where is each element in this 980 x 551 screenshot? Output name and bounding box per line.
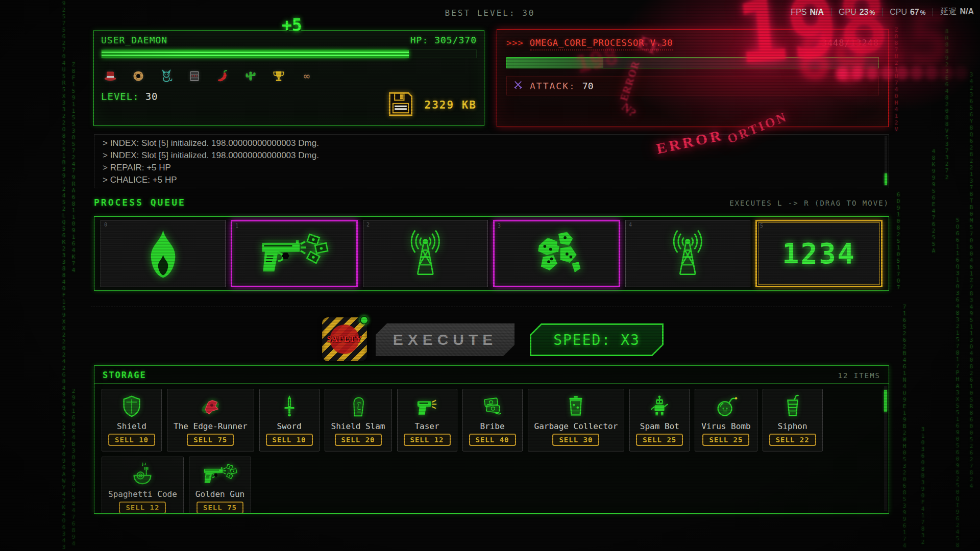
taser-icon: [415, 393, 439, 419]
storage-item[interactable]: SiphonSELL 22: [763, 389, 823, 452]
save-display: 2329 KB: [386, 90, 477, 120]
queue-slot-3[interactable]: 3: [493, 220, 620, 287]
money-gun-icon: [259, 230, 330, 277]
queue-slot-1[interactable]: 1: [231, 220, 358, 287]
sell-button[interactable]: SELL 75: [197, 502, 243, 514]
queue-slot-5[interactable]: 51234: [755, 220, 883, 287]
storage-item[interactable]: BribeSELL 40: [462, 389, 523, 452]
log-scrollbar-thumb[interactable]: [885, 173, 887, 185]
item-name: Golden Gun: [195, 489, 244, 499]
storage-item[interactable]: Garbage CollectorSELL 30: [528, 389, 625, 452]
spaghetti-icon: [131, 461, 154, 487]
antenna-icon: [664, 227, 712, 280]
queue-title: PROCESS QUEUE: [94, 197, 186, 208]
speed-label: SPEED: X3: [531, 325, 662, 355]
storage-item[interactable]: Golden GunSELL 75: [189, 457, 251, 514]
log-scrollbar-track: [885, 136, 887, 186]
sell-button[interactable]: SELL 25: [636, 434, 683, 446]
robot-icon: [648, 393, 671, 419]
sell-button[interactable]: SELL 20: [335, 434, 382, 446]
item-name: Bribe: [480, 421, 504, 431]
storage-item[interactable]: ShieldSELL 10: [102, 389, 162, 452]
level-value: 30: [145, 91, 158, 102]
speed-button[interactable]: SPEED: X3: [530, 323, 664, 356]
storage-item[interactable]: SwordSELL 10: [259, 389, 320, 452]
item-name: Siphon: [778, 421, 807, 431]
storage-item[interactable]: TaserSELL 12: [397, 389, 457, 452]
matrix-rain-column: 6 D 9 1 0 8 2 S 1 0 5 1 7 O 7: [895, 191, 902, 293]
attack-label: ATTACK:: [530, 81, 576, 91]
matrix-rain-column: 4 8 K 9 9 9 S 6 E 4 7 6 2 5 5 A: [930, 148, 937, 255]
sell-button[interactable]: SELL 12: [404, 434, 451, 446]
queue-slot-2[interactable]: 2: [363, 220, 488, 287]
money-gun-icon: [203, 461, 238, 487]
log-line: > REPAIR: +5 HP: [103, 162, 880, 174]
floppy-disk-icon: [386, 90, 415, 120]
storage-item[interactable]: Shield SlamSELL 20: [325, 389, 392, 452]
storage-panel: STORAGE 12 ITEMS ShieldSELL 10The Edge-R…: [94, 365, 889, 514]
queue-header: PROCESS QUEUE EXECUTES L -> R (DRAG TO M…: [94, 197, 889, 208]
item-name: Spaghetti Code: [108, 489, 177, 499]
sell-button[interactable]: SELL 22: [769, 434, 816, 446]
item-name: Sword: [277, 421, 301, 431]
queue-slot-index: 5: [760, 223, 763, 229]
sell-button[interactable]: SELL 40: [469, 434, 516, 446]
flame-icon: [141, 227, 185, 280]
trash-can-icon: [564, 393, 587, 419]
matrix-rain-column: 2 9 9 1 6 0 6 4 B 3 0 0 9 7 8 U 5 4 4 7 …: [70, 388, 77, 551]
process-queue: 0123451234: [94, 216, 889, 291]
heal-float-text: +5: [282, 15, 302, 35]
storage-item[interactable]: Spam BotSELL 25: [629, 389, 690, 452]
log-line: > INDEX: Slot [5] initialized. 198.00000…: [103, 149, 880, 162]
enemy-prompt: >>>: [506, 38, 524, 48]
storage-item[interactable]: Virus BombSELL 25: [695, 389, 757, 452]
sell-button[interactable]: SELL 30: [552, 434, 599, 446]
storage-item[interactable]: The Edge-RunnerSELL 75: [167, 389, 254, 452]
matrix-rain-column: 5 O 6 6 1 1 6 Q 3 1 0 3 6 4 8 3 2 1 5 7 …: [954, 217, 961, 551]
sell-button[interactable]: SELL 12: [119, 502, 166, 514]
safety-led-indicator: [360, 316, 369, 324]
sell-button[interactable]: SELL 75: [187, 434, 234, 446]
enemy-hp-fill: [507, 58, 603, 68]
item-name: Garbage Collector: [534, 421, 618, 431]
crossed-swords-icon: [513, 80, 523, 92]
sell-button[interactable]: SELL 10: [108, 434, 155, 446]
attack-value: 70: [582, 81, 594, 91]
shield-icon: [120, 393, 143, 419]
storage-item[interactable]: Spaghetti CodeSELL 12: [102, 457, 184, 514]
storage-scrollbar-thumb[interactable]: [884, 390, 887, 412]
enemy-panel: >>> OMEGA_CORE_PROCESSOR V.30 3448/13248…: [497, 29, 889, 127]
player-panel: USER_DAEMON HP: 305/370 ∞ LEVEL:30 2329 …: [93, 30, 484, 126]
perf-stat-fps: FPSN/A: [791, 8, 824, 17]
queue-slot-4[interactable]: 4: [625, 220, 750, 287]
section-divider: [91, 307, 892, 307]
queue-hint: EXECUTES L -> R (DRAG TO MOVE): [729, 199, 889, 207]
player-name: USER_DAEMON: [101, 35, 167, 45]
queue-slot-index: 2: [366, 222, 370, 228]
matrix-rain-column: 7 1 6 5 2 6 2 B 4 6 1 N 4 U 9 E 1 9 B 2 …: [901, 304, 908, 551]
player-panel-divider: [101, 63, 477, 63]
queue-slot-index: 1: [235, 223, 238, 229]
queue-slot-0[interactable]: 0: [101, 220, 226, 287]
storage-header: STORAGE 12 ITEMS: [94, 366, 889, 384]
safety-label: SAFETY: [327, 335, 362, 344]
safety-toggle[interactable]: SAFETY: [322, 317, 367, 361]
trophy-icon: [272, 69, 286, 83]
execute-button[interactable]: EXECUTE: [376, 323, 514, 356]
storage-scrollbar-track: [884, 386, 887, 511]
edge-runner-icon: [199, 393, 222, 419]
server-crate-icon: [187, 69, 202, 83]
item-name: Taser: [414, 421, 439, 431]
queue-slot-index: 0: [104, 222, 107, 228]
sell-button[interactable]: SELL 25: [702, 434, 749, 446]
combat-log: > INDEX: Slot [5] initialized. 198.00000…: [94, 134, 889, 188]
bribe-icon: [481, 393, 504, 419]
perf-stat-latency: 延遲N/A: [940, 7, 974, 17]
stat-divider: [933, 8, 933, 16]
item-name: Spam Bot: [640, 421, 679, 431]
stat-divider: [882, 8, 883, 16]
queue-slot-index: 4: [629, 222, 632, 228]
sell-button[interactable]: SELL 10: [266, 434, 313, 446]
matrix-rain-column: 3 1 0 3 6 0 8 B 3 9 0 F 4 1 7 8 3 2: [919, 426, 926, 551]
infinity-icon: ∞: [300, 69, 314, 83]
